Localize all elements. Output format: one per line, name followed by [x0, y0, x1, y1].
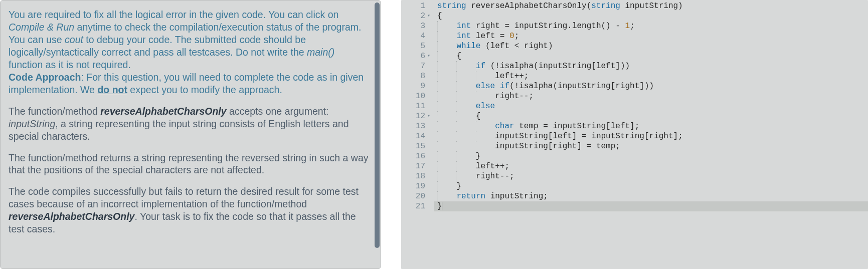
gutter-row: 6▾	[401, 51, 434, 61]
fold-icon[interactable]: ▾	[425, 51, 432, 61]
fold-icon[interactable]: ▾	[425, 11, 432, 21]
code-line[interactable]: else	[434, 101, 868, 111]
line-number: 10	[410, 91, 425, 101]
problem-panel: You are required to fix all the logical …	[0, 0, 381, 269]
code-line[interactable]: inputString[left] = inputString[right];	[434, 131, 868, 141]
gutter-row: 14	[401, 131, 434, 141]
scrollbar-thumb[interactable]	[375, 3, 380, 248]
line-number: 20	[410, 191, 425, 201]
code-line[interactable]: right--;	[434, 171, 868, 181]
panel-gap	[381, 0, 401, 269]
code-line[interactable]: {	[434, 11, 868, 21]
line-number: 4	[410, 31, 425, 41]
intro-text: function as it is not required.	[9, 59, 131, 70]
function-name: reverseAlphabetCharsOnly	[9, 211, 134, 222]
gutter-row: 8	[401, 71, 434, 81]
code-line[interactable]: left++;	[434, 71, 868, 81]
gutter-row: 21	[401, 201, 434, 211]
line-number: 16	[410, 151, 425, 161]
problem-scroll[interactable]: You are required to fix all the logical …	[1, 1, 381, 268]
line-number: 2	[410, 11, 425, 21]
intro-text: You are required to fix all the logical …	[9, 9, 338, 20]
code-editor[interactable]: 12▾3456▾789101112▾131415161718192021 str…	[401, 0, 868, 269]
line-number: 9	[410, 81, 425, 91]
arg-name: inputString	[9, 118, 55, 129]
code-line[interactable]: int left = 0;	[434, 31, 868, 41]
line-number: 15	[410, 141, 425, 151]
code-line[interactable]: }	[434, 201, 868, 211]
gutter-row: 19	[401, 181, 434, 191]
code-line[interactable]: {	[434, 111, 868, 121]
line-number: 13	[410, 121, 425, 131]
main-label: main()	[307, 47, 334, 58]
gutter-row: 2▾	[401, 11, 434, 21]
fold-icon[interactable]: ▾	[425, 111, 432, 121]
line-number: 14	[410, 131, 425, 141]
line-number: 6	[410, 51, 425, 61]
problem-para-2: The function/method reverseAlphabetChars…	[9, 105, 370, 143]
code-line[interactable]: while (left < right)	[434, 41, 868, 51]
do-not-label: do not	[97, 84, 127, 95]
gutter-row: 11	[401, 101, 434, 111]
code-line[interactable]: int right = inputString.length() - 1;	[434, 21, 868, 31]
line-number: 18	[410, 171, 425, 181]
line-number: 11	[410, 101, 425, 111]
line-number: 21	[410, 201, 425, 211]
gutter-row: 10	[401, 91, 434, 101]
gutter-row: 5	[401, 41, 434, 51]
compile-run-label: Compile & Run	[9, 22, 74, 33]
gutter-row: 9	[401, 81, 434, 91]
code-area[interactable]: string reverseAlphabetCharsOnly(string i…	[434, 0, 868, 269]
problem-para-4: The code compiles successfully but fails…	[9, 185, 370, 235]
code-line[interactable]: left++;	[434, 161, 868, 171]
line-number: 17	[410, 161, 425, 171]
code-line[interactable]: {	[434, 51, 868, 61]
code-line[interactable]: char temp = inputString[left];	[434, 121, 868, 131]
line-number: 19	[410, 181, 425, 191]
gutter-row: 12▾	[401, 111, 434, 121]
gutter-row: 1	[401, 1, 434, 11]
code-line[interactable]: right--;	[434, 91, 868, 101]
gutter-row: 15	[401, 141, 434, 151]
intro-text: expect you to modify the approach.	[127, 84, 282, 95]
code-line[interactable]: string reverseAlphabetCharsOnly(string i…	[434, 1, 868, 11]
code-line[interactable]: if (!isalpha(inputString[left]))	[434, 61, 868, 71]
gutter-row: 20	[401, 191, 434, 201]
line-number: 7	[410, 61, 425, 71]
gutter-row: 4	[401, 31, 434, 41]
line-number: 3	[410, 21, 425, 31]
cout-label: cout	[65, 34, 83, 45]
gutter-row: 7	[401, 61, 434, 71]
gutter-row: 17	[401, 161, 434, 171]
gutter-row: 13	[401, 121, 434, 131]
code-line[interactable]: }	[434, 181, 868, 191]
line-number: 8	[410, 71, 425, 81]
code-line[interactable]: inputString[right] = temp;	[434, 141, 868, 151]
code-line[interactable]: return inputString;	[434, 191, 868, 201]
code-line[interactable]: else if(!isalpha(inputString[right]))	[434, 81, 868, 91]
line-number: 1	[410, 1, 425, 11]
gutter-row: 16	[401, 151, 434, 161]
function-name: reverseAlphabetCharsOnly	[100, 106, 226, 117]
code-approach-label: Code Approach	[9, 72, 81, 83]
line-number: 12	[410, 111, 425, 121]
code-line[interactable]: }	[434, 151, 868, 161]
gutter-row: 3	[401, 21, 434, 31]
problem-intro: You are required to fix all the logical …	[9, 9, 370, 96]
line-number: 5	[410, 41, 425, 51]
gutter-row: 18	[401, 171, 434, 181]
line-gutter: 12▾3456▾789101112▾131415161718192021	[401, 0, 434, 269]
problem-para-3: The function/method returns a string rep…	[9, 152, 370, 177]
